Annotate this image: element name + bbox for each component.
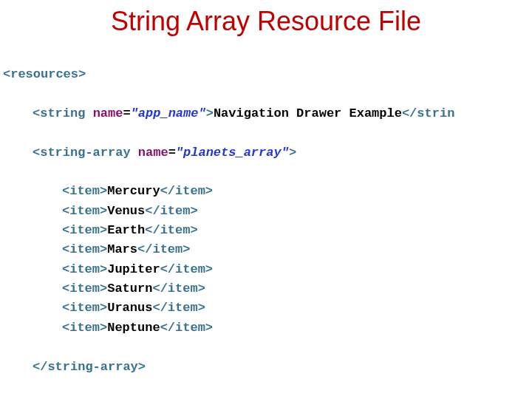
item-line: <item>Venus</item>: [62, 202, 532, 221]
item-text: Neptune: [107, 321, 160, 335]
item-line: <item>Mercury</item>: [62, 182, 532, 201]
tag-item-open: <item>: [62, 282, 107, 296]
tag-item-open: <item>: [62, 301, 107, 315]
tag-item-close: </item>: [145, 223, 197, 237]
item-line: <item>Neptune</item>: [62, 318, 532, 338]
item-line: <item>Jupiter</item>: [62, 260, 532, 279]
item-line: <item>Mars</item>: [62, 240, 532, 259]
item-text: Jupiter: [107, 262, 160, 276]
item-line: <item>Saturn</item>: [62, 279, 532, 299]
item-text: Mars: [107, 242, 137, 256]
item-text: Earth: [107, 223, 145, 237]
tag-item-open: <item>: [62, 321, 107, 335]
tag-item-close: </item>: [152, 282, 205, 296]
tag-item-open: <item>: [62, 242, 107, 256]
xml-code-block: <resources> <string name="app_name">Navi…: [0, 46, 532, 399]
tag-item-close: </item>: [152, 301, 205, 315]
tag-item-close: </item>: [160, 184, 213, 198]
tag-string-close-frag: </strin: [402, 106, 454, 120]
tag-string-open: <string: [33, 106, 93, 120]
attr-name: name: [93, 106, 123, 120]
tag-resources-open: <resources>: [3, 67, 86, 81]
tag-item-close: </item>: [137, 242, 190, 256]
item-text: Uranus: [107, 301, 152, 315]
item-line: <item>Uranus</item>: [62, 299, 532, 318]
tag-string-array-close: </string-array>: [33, 360, 146, 374]
tag-item-close: </item>: [145, 204, 197, 218]
attr-name: name: [138, 146, 168, 160]
text-app-name: Navigation Drawer Example: [214, 106, 402, 120]
item-text: Saturn: [107, 282, 152, 296]
tag-item-open: <item>: [62, 262, 107, 276]
tag-item-close: </item>: [160, 262, 213, 276]
page-title: String Array Resource File: [0, 6, 532, 37]
item-text: Venus: [107, 204, 145, 218]
tag-item-open: <item>: [62, 204, 107, 218]
tag-item-close: </item>: [160, 321, 213, 335]
tag-string-array-open: <string-array: [33, 146, 138, 160]
item-line: <item>Earth</item>: [62, 221, 532, 240]
tag-item-open: <item>: [62, 184, 107, 198]
attr-value-planets: "planets_array": [176, 146, 289, 160]
attr-value-app-name: "app_name": [131, 106, 206, 120]
tag-item-open: <item>: [62, 223, 107, 237]
item-text: Mercury: [107, 184, 160, 198]
